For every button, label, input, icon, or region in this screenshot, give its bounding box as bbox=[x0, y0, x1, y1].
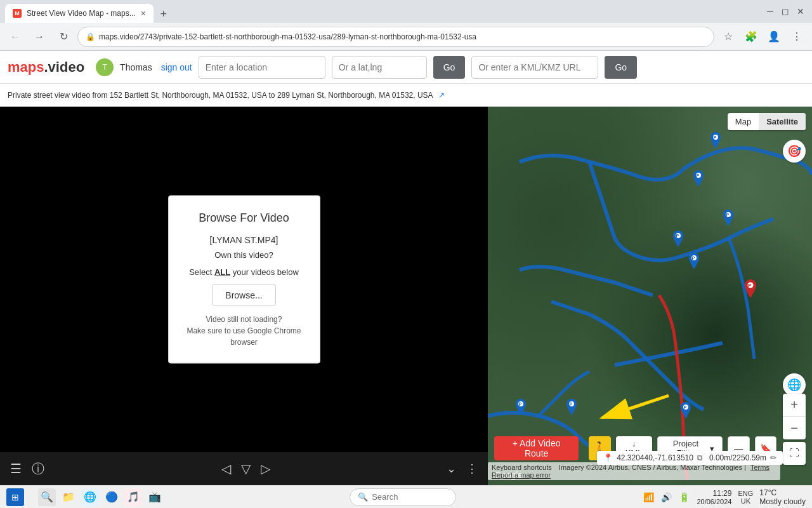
profile-icon[interactable]: 👤 bbox=[764, 27, 784, 47]
toolbar-actions: ☆ 🧩 👤 ⋮ bbox=[718, 27, 807, 47]
map-pin-1[interactable]: P bbox=[708, 132, 723, 151]
map-type-satellite-btn[interactable]: Satellite bbox=[759, 113, 806, 130]
taskbar-edge[interactable]: 🔵 bbox=[103, 488, 121, 506]
close-btn[interactable]: ✕ bbox=[794, 5, 807, 18]
weather-text: Mostly cloudy bbox=[759, 497, 806, 506]
locale-area[interactable]: ENG UK bbox=[738, 490, 753, 505]
map-pin-red[interactable]: P bbox=[742, 279, 759, 301]
svg-text:P: P bbox=[676, 234, 679, 238]
map-pin-4[interactable]: P bbox=[671, 231, 686, 250]
browse-filename: [LYMAN ST.MP4] bbox=[181, 235, 307, 245]
forward-btn[interactable]: ▷ bbox=[261, 461, 270, 476]
fullscreen-btn[interactable]: ⛶ bbox=[783, 442, 806, 465]
temperature-text: 17°C bbox=[759, 488, 806, 497]
map-globe-btn[interactable]: 🌐 bbox=[783, 373, 806, 396]
share-btn[interactable]: ⋮ bbox=[466, 462, 478, 476]
restore-btn[interactable]: ◻ bbox=[779, 5, 792, 18]
browse-files-button[interactable]: Browse... bbox=[212, 284, 275, 306]
window-controls: ─ ◻ ✕ bbox=[764, 5, 807, 18]
windows-start-btn[interactable]: ⊞ bbox=[6, 488, 24, 506]
svg-text:P: P bbox=[726, 213, 730, 217]
minimize-btn[interactable]: ─ bbox=[764, 5, 776, 18]
taskbar-search-bar[interactable]: 🔍 bbox=[350, 488, 456, 506]
rewind-btn[interactable]: ◁ bbox=[221, 461, 231, 476]
taskbar-search-input[interactable] bbox=[372, 492, 448, 502]
taskbar-app-5[interactable]: 🎵 bbox=[124, 488, 142, 506]
map-pin-6[interactable]: P bbox=[513, 399, 528, 418]
video-area: Browse For Video [LYMAN ST.MP4] Own this… bbox=[0, 107, 488, 452]
map-type-map-btn[interactable]: Map bbox=[728, 113, 759, 130]
pause-btn[interactable]: ▽ bbox=[241, 461, 251, 476]
taskbar-chrome[interactable]: 🌐 bbox=[81, 488, 99, 506]
map-pin-7[interactable]: P bbox=[564, 399, 579, 418]
active-tab[interactable]: M Street View Video Map - maps... × bbox=[5, 4, 154, 23]
tab-close-btn[interactable]: × bbox=[141, 8, 146, 18]
logo-video: video bbox=[48, 59, 84, 75]
chrome-hint: Make sure to use Google Chrome browser bbox=[181, 325, 307, 348]
terms-link[interactable]: Terms bbox=[750, 464, 769, 471]
user-name: Thomas bbox=[120, 62, 152, 72]
latlng-input[interactable] bbox=[332, 56, 427, 79]
battery-icon[interactable]: 🔋 bbox=[678, 491, 690, 504]
taskbar-app-6[interactable]: 📺 bbox=[146, 488, 164, 506]
address-text: maps.video/2743/private-152-bartlett-st-… bbox=[99, 32, 706, 41]
taskbar-search[interactable]: 🔍 bbox=[38, 488, 56, 506]
svg-text:P: P bbox=[570, 402, 573, 406]
taskbar-file-explorer[interactable]: 📁 bbox=[60, 488, 77, 506]
browse-title: Browse For Video bbox=[181, 211, 307, 225]
map-pin-8[interactable]: P bbox=[678, 402, 693, 421]
clock-time: 11:29 bbox=[712, 489, 731, 498]
logo-maps: maps bbox=[8, 59, 44, 75]
map-pin-2[interactable]: P bbox=[691, 170, 706, 189]
taskbar-center: 🔍 bbox=[174, 488, 632, 506]
back-button[interactable]: ← bbox=[5, 27, 25, 47]
report-link[interactable]: Report a map error bbox=[492, 471, 551, 479]
bookmark-star-icon[interactable]: ☆ bbox=[718, 27, 738, 47]
video-panel: Browse For Video [LYMAN ST.MP4] Own this… bbox=[0, 107, 488, 485]
map-panel: P P P P P P bbox=[488, 107, 812, 485]
browser-frame: M Street View Video Map - maps... × + ─ … bbox=[0, 0, 812, 508]
reload-button[interactable]: ↻ bbox=[53, 27, 74, 47]
map-pin-3[interactable]: P bbox=[721, 210, 736, 229]
svg-text:P: P bbox=[519, 402, 522, 406]
logo-area: maps.video bbox=[8, 59, 84, 76]
menu-control-btn[interactable]: ☰ bbox=[10, 461, 22, 476]
external-link-icon[interactable]: ↗ bbox=[438, 91, 445, 100]
map-svg bbox=[488, 107, 812, 485]
new-tab-button[interactable]: + bbox=[155, 5, 173, 23]
start-area: ⊞ bbox=[6, 488, 24, 506]
address-bar[interactable]: 🔒 maps.video/2743/private-152-bartlett-s… bbox=[77, 27, 714, 47]
app-content: maps.video T Thomas sign out Go Go Priva… bbox=[0, 51, 812, 508]
add-video-route-button[interactable]: + Add Video Route bbox=[494, 436, 579, 460]
forward-button[interactable]: → bbox=[29, 27, 49, 47]
clock-area[interactable]: 11:29 20/06/2024 bbox=[697, 489, 731, 505]
zoom-in-btn[interactable]: + bbox=[783, 394, 806, 417]
info-control-btn[interactable]: ⓘ bbox=[32, 460, 44, 478]
volume-icon[interactable]: 🔊 bbox=[660, 491, 672, 504]
go-button-2[interactable]: Go bbox=[605, 56, 637, 79]
map-compass-btn[interactable]: 🎯 bbox=[783, 140, 806, 163]
select-text-before: Select bbox=[189, 267, 214, 277]
wifi-icon[interactable]: 📶 bbox=[642, 491, 655, 504]
temp-area[interactable]: 17°C Mostly cloudy bbox=[759, 488, 806, 506]
kml-input[interactable] bbox=[471, 56, 598, 79]
info-text: Private street view video from 152 Bartl… bbox=[8, 91, 433, 100]
map-type-switcher: Map Satellite bbox=[728, 113, 806, 130]
lock-icon: 🔒 bbox=[86, 32, 95, 41]
clock-date: 20/06/2024 bbox=[697, 498, 731, 505]
svg-text:P: P bbox=[697, 173, 700, 178]
zoom-out-btn[interactable]: − bbox=[783, 417, 806, 439]
map-satellite: P P P P P P bbox=[488, 107, 812, 485]
coords-copy-icon[interactable]: ⧉ bbox=[697, 453, 703, 462]
svg-text:P: P bbox=[714, 135, 717, 140]
sign-out-link[interactable]: sign out bbox=[161, 62, 192, 72]
location-input[interactable] bbox=[199, 56, 325, 79]
go-button-1[interactable]: Go bbox=[433, 56, 466, 79]
imagery-attribution: Imagery ©2024 Airbus, CNES / Airbus, Max… bbox=[559, 464, 742, 471]
map-attribution: Keyboard shortcuts Imagery ©2024 Airbus,… bbox=[488, 462, 780, 480]
menu-icon[interactable]: ⋮ bbox=[787, 27, 807, 47]
extensions-icon[interactable]: 🧩 bbox=[741, 27, 761, 47]
map-pin-5[interactable]: P bbox=[686, 253, 702, 272]
keyboard-shortcuts[interactable]: Keyboard shortcuts bbox=[492, 464, 552, 471]
chevron-down-btn[interactable]: ⌄ bbox=[447, 462, 456, 476]
